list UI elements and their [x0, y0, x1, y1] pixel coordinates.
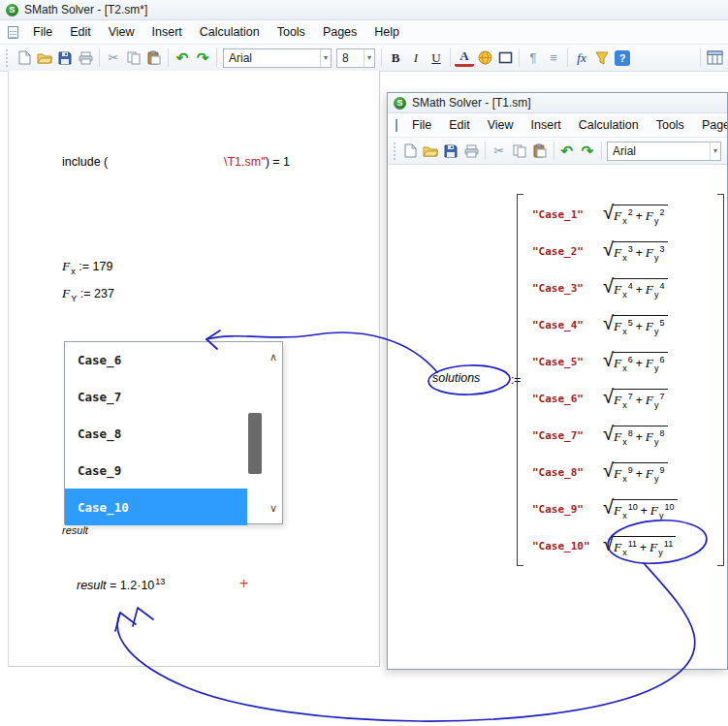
matrix-row: "Case_5"√Fx6+Fy6	[523, 343, 717, 380]
t1-titlebar[interactable]: S SMath Solver - [T1.sm]	[388, 93, 727, 113]
equals-operator: =	[110, 579, 116, 592]
redo-icon: ↷	[582, 142, 594, 160]
dropdown-item-case_10[interactable]: Case_10	[65, 489, 247, 525]
result-label: result	[62, 524, 88, 536]
copy-button[interactable]	[510, 140, 529, 162]
result-exponent: 13	[155, 577, 165, 586]
sqrt-expression: √Fx5+Fy5	[603, 315, 668, 334]
case-label: "Case_9"	[532, 503, 596, 516]
sqrt-expression: √Fx7+Fy7	[603, 389, 668, 408]
case-label: "Case_10"	[532, 540, 596, 552]
open-button[interactable]	[421, 140, 440, 162]
case-label: "Case_6"	[532, 393, 596, 405]
open-folder-icon	[423, 144, 438, 157]
dropdown-item-case_8[interactable]: Case_8	[65, 416, 247, 453]
assign-operator: :=	[79, 260, 89, 273]
case-dropdown[interactable]: Case_6Case_7Case_8Case_9Case_10 ∧ ∨	[64, 341, 283, 524]
sqrt-expression: √Fx2+Fy2	[603, 205, 668, 224]
document-icon	[396, 119, 397, 132]
cut-button[interactable]: ✂	[490, 140, 509, 162]
matrix-row: "Case_8"√Fx9+Fy9	[523, 454, 717, 490]
paste-button[interactable]	[530, 140, 550, 162]
matrix-row: "Case_10"√Fx11+Fy11	[523, 527, 717, 564]
sqrt-expression: √Fx9+Fy9	[603, 462, 668, 482]
t1-toolbar: ✂ ↶ ↷ Arial ▾	[388, 138, 727, 165]
variable-subscript: x	[71, 267, 76, 276]
menu-item-insert[interactable]: Insert	[522, 115, 570, 135]
menu-item-view[interactable]: View	[479, 115, 522, 135]
undo-button[interactable]: ↶	[557, 140, 577, 162]
new-icon	[404, 143, 417, 158]
include-result: ) = 1	[266, 155, 290, 169]
case-label: "Case_7"	[532, 429, 596, 442]
t1-window-title: SMath Solver - [T1.sm]	[412, 96, 531, 110]
result-equation[interactable]: result = 1.2·1013	[77, 579, 165, 592]
font-family-select[interactable]: Arial ▾	[607, 142, 721, 161]
printer-icon	[464, 144, 479, 158]
scrollbar-thumb[interactable]	[248, 413, 262, 474]
collapse-arrow-icon[interactable]: ∧	[269, 352, 277, 363]
variable-name: F	[62, 286, 70, 300]
dropdown-item-case_6[interactable]: Case_6	[65, 342, 247, 379]
sqrt-expression: √Fx8+Fy8	[603, 426, 668, 445]
matrix-bracket-left	[517, 194, 523, 566]
include-path: \T1.sm"	[224, 155, 266, 169]
smath-logo-icon: S	[394, 97, 406, 110]
matrix-row: "Case_4"√Fx5+Fy5	[523, 306, 717, 343]
expand-arrow-icon[interactable]: ∨	[269, 503, 277, 514]
save-button[interactable]	[441, 140, 460, 162]
matrix-rows: "Case_1"√Fx2+Fy2"Case_2"√Fx3+Fy3"Case_3"…	[523, 194, 717, 566]
matrix-row: "Case_9"√Fx10+Fy10	[523, 490, 717, 527]
case-label: "Case_1"	[532, 208, 596, 221]
variable-name: F	[62, 259, 70, 273]
result-value: 1.2·10	[120, 579, 154, 592]
result-name: result	[77, 579, 107, 592]
sqrt-expression: √Fx11+Fy11	[603, 536, 676, 555]
t1-menu: FileEditViewInsertCalculationToolsPages	[403, 115, 728, 135]
solutions-name[interactable]: solutions	[432, 371, 480, 385]
variable-subscript: Y	[71, 294, 77, 303]
sqrt-expression: √Fx3+Fy3	[603, 241, 668, 261]
matrix-row: "Case_7"√Fx8+Fy8	[523, 417, 717, 454]
menu-item-pages[interactable]: Pages	[693, 115, 728, 135]
solutions-matrix[interactable]: "Case_1"√Fx2+Fy2"Case_2"√Fx3+Fy3"Case_3"…	[517, 194, 724, 566]
matrix-row: "Case_6"√Fx7+Fy7	[523, 380, 717, 417]
assign-operator: :=	[80, 287, 91, 300]
chevron-down-icon: ▾	[710, 142, 720, 160]
fx-definition[interactable]: Fx := 179	[62, 259, 112, 274]
menu-item-calculation[interactable]: Calculation	[570, 115, 648, 135]
menu-item-file[interactable]: File	[403, 115, 440, 135]
case-label: "Case_5"	[532, 356, 596, 368]
font-family-value: Arial	[608, 144, 710, 158]
toolbar-grip	[394, 142, 396, 160]
variable-value: 237	[94, 287, 114, 300]
include-keyword: include (	[62, 155, 108, 169]
include-region[interactable]: include (	[62, 155, 108, 169]
new-button[interactable]	[400, 140, 420, 162]
print-button[interactable]	[461, 140, 481, 162]
sqrt-expression: √Fx4+Fy4	[603, 278, 668, 298]
paste-icon	[533, 143, 547, 158]
variable-value: 179	[93, 260, 113, 273]
menu-item-edit[interactable]: Edit	[440, 115, 479, 135]
case-label: "Case_4"	[532, 319, 596, 331]
include-path-region[interactable]: \T1.sm") = 1	[224, 155, 290, 169]
t1-window: S SMath Solver - [T1.sm] FileEditViewIns…	[387, 92, 728, 670]
matrix-row: "Case_1"√Fx2+Fy2	[523, 196, 717, 233]
case-label: "Case_3"	[532, 282, 596, 295]
t1-menubar: FileEditViewInsertCalculationToolsPages	[388, 113, 727, 138]
sqrt-expression: √Fx6+Fy6	[603, 352, 668, 371]
sqrt-expression: √Fx10+Fy10	[603, 499, 678, 519]
fy-definition[interactable]: FY := 237	[62, 286, 114, 301]
matrix-row: "Case_3"√Fx4+Fy4	[523, 269, 717, 306]
save-icon	[444, 144, 458, 158]
menu-item-tools[interactable]: Tools	[648, 115, 693, 135]
case-label: "Case_2"	[532, 245, 596, 258]
redo-button[interactable]: ↷	[578, 140, 597, 162]
matrix-bracket-right	[717, 194, 724, 566]
dropdown-item-case_7[interactable]: Case_7	[65, 379, 247, 416]
copy-icon	[513, 144, 526, 158]
dropdown-scrollbar[interactable]: ∧ ∨	[245, 342, 282, 523]
scissors-icon: ✂	[493, 143, 504, 158]
dropdown-item-case_9[interactable]: Case_9	[65, 452, 247, 489]
